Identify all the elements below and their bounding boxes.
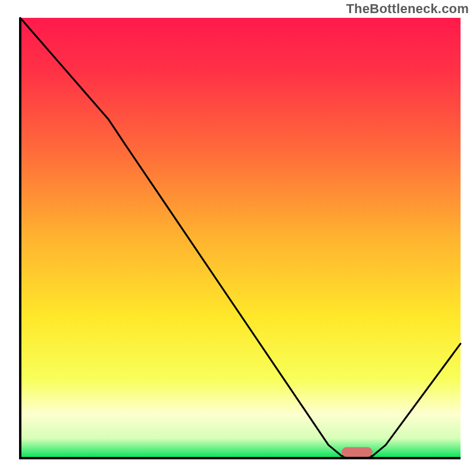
optimal-range-marker: [342, 447, 372, 457]
bottleneck-chart: [0, 0, 476, 476]
plot-background: [20, 18, 461, 458]
